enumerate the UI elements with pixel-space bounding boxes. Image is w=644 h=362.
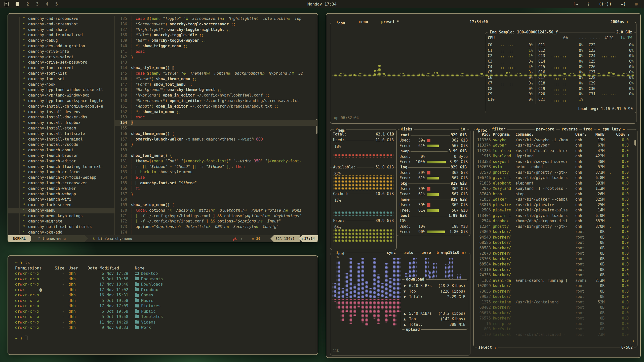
process-row[interactable]: 71837walker/usr/bin/walker --gappldhh325…	[474, 197, 637, 202]
tab-sync[interactable]: sync	[385, 250, 397, 255]
file-tree-item[interactable]: *omarchy-hyprland-window-pop	[8, 93, 114, 98]
process-row[interactable]: 68402kworker/root0B0.0	[474, 305, 637, 310]
file-tree-item[interactable]: *omarchy-font-list	[8, 71, 114, 76]
file-tree-item[interactable]: *omarchy-font-set	[8, 76, 114, 82]
tab-proc[interactable]: 4proc	[475, 127, 489, 133]
file-tree-item[interactable]: *omarchy-launch-or-focus-webapp	[8, 175, 114, 180]
file-tree-item[interactable]: *omarchy-launch-wifi	[8, 197, 114, 202]
proc-scrollbar[interactable]	[634, 140, 636, 146]
tab-disks[interactable]: disks	[399, 127, 414, 132]
process-row[interactable]: 94540kworker/root0B0.0	[474, 235, 637, 240]
process-row[interactable]: 2075XwaylandXwayland :1 -rootless -dhh11…	[474, 186, 637, 192]
net-interface[interactable]: ←b enp191s0 n→	[433, 250, 468, 255]
process-row[interactable]: 113404glycin-i/usr/lib/glycin-loadersdhh…	[474, 213, 637, 219]
file-tree-item[interactable]: *omarchy-menu-keybindings	[8, 213, 114, 219]
file-tree-item[interactable]: *omarchy-launch-editor	[8, 159, 114, 164]
update-interval[interactable]: - 2000ms +	[605, 19, 630, 24]
process-row[interactable]: 1162avahi-daavahi-daemon: running [avahi…	[474, 278, 637, 284]
file-tree-item[interactable]: *omarchy-dev-add-migration	[8, 43, 114, 49]
file-tree-item[interactable]: *omarchy-launch-or-focus	[8, 169, 114, 175]
file-tree-item[interactable]: *omarchy-cmd-share	[8, 27, 114, 33]
process-row[interactable]: 803btrfs-trroot0B0.0	[474, 327, 637, 332]
process-row[interactable]: 113365swaybg/usr/bin/swaybg -i /homdhh13…	[474, 138, 637, 143]
file-tree-item[interactable]: *omarchy-launch-browser	[8, 153, 114, 159]
editor-window[interactable]: *omarchy-cmd-screensaver*omarchy-cmd-scr…	[8, 13, 318, 242]
process-row[interactable]: 72073kworker/root0B0.0	[474, 251, 637, 256]
process-row[interactable]: 106746glycin-i/usr/lib/glycin-loadersdhh…	[474, 175, 637, 181]
process-row[interactable]: 2544dropbox/home/dhh/.dropbox-distdhh357…	[474, 218, 637, 224]
tab-reverse[interactable]: reverse	[560, 127, 579, 132]
process-row[interactable]: 102099kworker/root0B0.0	[474, 283, 637, 289]
process-row[interactable]: 16rcu_preeroot0B0.0	[474, 321, 637, 327]
btop-window[interactable]: 1cpu menu preset * 17:34:00 - 2000ms + u…	[326, 13, 641, 358]
file-tree-item[interactable]: *omarchy-install-terminal	[8, 137, 114, 142]
tab-auto[interactable]: auto	[403, 250, 415, 255]
file-tree-item[interactable]: *omarchy-hyprland-window-close-all	[8, 87, 114, 93]
code-area[interactable]: 135▏ case $(menu "Toggle" "⊡ Screensaver…	[115, 16, 318, 235]
process-row[interactable]: 68586kworker/root0B0.0	[474, 240, 637, 246]
process-row[interactable]: 12244ghostty/usr/bin/ghostty --gtk-dhh87…	[474, 224, 637, 230]
file-tree-item[interactable]: *omarchy-hook	[8, 82, 114, 87]
process-row[interactable]: 1916HyprlandHyprlanddhh422M..0.1	[474, 154, 637, 159]
file-tree-item[interactable]: *omarchy-cmd-screenshot	[8, 22, 114, 27]
tab-zero[interactable]: zero	[420, 250, 432, 255]
tab-io[interactable]: io	[459, 127, 467, 132]
file-tree-item[interactable]: *omarchy-install-vscode	[8, 142, 114, 148]
file-tree-item[interactable]: *omarchy-drive-select	[8, 55, 114, 60]
process-row[interactable]: 73703kworker/root0B0.0	[474, 256, 637, 262]
file-tree-item[interactable]: *omarchy-launch-webapp	[8, 192, 114, 197]
process-row[interactable]: 79032kworker/root0B0.0	[474, 294, 637, 300]
tab-tree[interactable]: tree	[582, 127, 594, 132]
process-row[interactable]: 102638nvimnvim --embed .dhh57M0.0	[474, 164, 637, 170]
file-tree-item[interactable]: *omarchy-lock-screen	[8, 202, 114, 208]
process-row[interactable]: 87573ghostty/usr/bin/ghostty --gtk-dhh37…	[474, 170, 637, 175]
file-tree-item[interactable]: *omarchy-launch-walker	[8, 186, 114, 192]
tab-menu[interactable]: menu	[357, 19, 370, 24]
file-tree-item[interactable]: *omarchy-debug	[8, 38, 114, 43]
process-row[interactable]: 2506pipewire/usr/bin/pipewire-pulsedhh14…	[474, 208, 637, 213]
file-tree-item[interactable]: *omarchy-notification-dismiss	[8, 224, 114, 230]
file-tree-item[interactable]: *omarchy-install-chromium-google-a	[8, 104, 114, 109]
process-row[interactable]: 74733kworker/root0B0.0	[474, 273, 637, 278]
file-tree-item[interactable]: *omarchy-migrate	[8, 219, 114, 224]
process-row[interactable]: 68583kworker/root0B0.0	[474, 246, 637, 251]
sort-selector[interactable]: ← cpu lazy →	[596, 127, 627, 132]
file-tree-item[interactable]: *omarchy-install-docker-dbs	[8, 115, 114, 120]
process-row[interactable]: 76575kworker/root0B0.0	[474, 316, 637, 321]
file-tree-item[interactable]: *omarchy-install-steam	[8, 126, 114, 131]
process-row[interactable]: 87649btopbtopdhh26M0.0	[474, 192, 637, 197]
file-tree-item[interactable]: *omarchy-launch-screensaver	[8, 180, 114, 186]
file-tree-item[interactable]: *omarchy-install-dropbox	[8, 120, 114, 126]
file-tree-item[interactable]: *omarchy-install-dev-env	[8, 109, 114, 115]
file-tree-item[interactable]: *omarchy-launch-about	[8, 148, 114, 153]
process-row[interactable]: 113374waybar/usr/bin/waybardhh67M0.0	[474, 143, 637, 148]
scroll-down-icon[interactable]: ↓	[632, 338, 635, 343]
process-row[interactable]: 1170tailscal/usr/sbin/tailscaled -root73…	[474, 332, 637, 338]
file-tree-item[interactable]: *omarchy-pkg-add	[8, 230, 114, 235]
process-row[interactable]: 73656kworker/root0B0.0	[474, 289, 637, 294]
process-row[interactable]: 113383swayosd-/usr/bin/swayosd-serverdhh…	[474, 159, 637, 165]
process-row[interactable]: 81310kworker/root0B0.0	[474, 267, 637, 273]
file-tree-item[interactable]: *omarchy-cmd-terminal-cwd	[8, 32, 114, 38]
process-row[interactable]: 68584kworker/root0B0.0	[474, 262, 637, 267]
file-tree-item[interactable]: *omarchy-drive-set-password	[8, 60, 114, 65]
file-tree-item[interactable]: *omarchy-install-tailscale	[8, 131, 114, 137]
file-tree-item[interactable]: *omarchy-menu	[8, 208, 114, 213]
terminal-window[interactable]: ~❯ls PermissionsSizeUserDate ModifiedNam…	[8, 255, 318, 355]
file-tree-item[interactable]: *omarchy-drive-info	[8, 49, 114, 55]
process-row[interactable]: 113284localsea/usr/lib/localsearch-exdhh…	[474, 148, 637, 154]
process-row[interactable]: 71835elephantelephantdhh393M0.0	[474, 181, 637, 186]
process-row[interactable]: 95673kworker/root0B0.0	[474, 310, 637, 316]
file-tree-item[interactable]: *omarchy-launch-floating-terminal-	[8, 164, 114, 170]
prompt-line-2[interactable]: ~❯	[15, 336, 318, 341]
terminal-content[interactable]: ~❯ls PermissionsSizeUserDate ModifiedNam…	[8, 256, 318, 354]
tab-filter[interactable]: filter	[490, 127, 507, 132]
process-row[interactable]: 1275containe/usr/bin/containerdroot52M0.…	[474, 300, 637, 305]
file-tree-item[interactable]: *omarchy-cmd-screensaver	[8, 16, 114, 22]
tab-preset[interactable]: preset *	[380, 19, 401, 24]
proc-select-hint[interactable]: select ↓	[477, 345, 498, 350]
process-row[interactable]: 74869kworker/root0B0.0	[474, 229, 637, 235]
process-row[interactable]: 63816pipewire/usr/bin/pipewiredhh25M0.0	[474, 202, 637, 208]
file-tree-item[interactable]: *omarchy-hyprland-workspace-toggle	[8, 98, 114, 104]
file-tree[interactable]: *omarchy-cmd-screensaver*omarchy-cmd-scr…	[8, 16, 115, 235]
